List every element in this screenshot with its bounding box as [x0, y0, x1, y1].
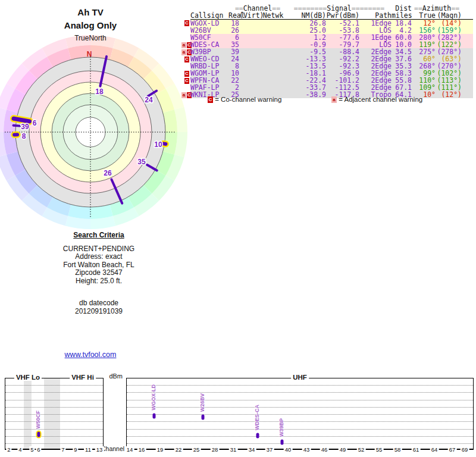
cell [239, 55, 259, 62]
tvfool-report: N18241035266398 Ah TV Analog Only TrueNo… [0, 0, 476, 457]
cell [462, 48, 473, 55]
channel-tick: 9 [73, 446, 78, 453]
dbm-gridline [5, 421, 103, 422]
cell [239, 34, 259, 41]
cell [462, 41, 473, 48]
channel-tick: 61 [412, 446, 421, 453]
site-link-wrap: www.tvfool.com [0, 350, 181, 359]
channel-tick: 46 [320, 446, 329, 453]
channel-marker-label: 39 [21, 123, 29, 131]
warning-flags [181, 34, 190, 41]
channel-tick: 52 [357, 446, 366, 453]
channel-marker-label: 10 [154, 140, 162, 149]
warning-flags: aC [181, 41, 190, 48]
station-marker-WGOX-LD [153, 413, 156, 418]
dbm-gridline [127, 436, 473, 437]
cell [259, 84, 287, 91]
adjacent-channel-warning-icon: a [181, 42, 186, 48]
station-table: ==Channel== ========Signal======== Dist … [181, 5, 473, 98]
warning-flags: C [181, 77, 190, 84]
cell [462, 91, 473, 98]
search-criteria-heading: Search Criteria [12, 231, 186, 240]
cell [462, 62, 473, 70]
report-subtitle: Analog Only [0, 19, 181, 32]
cell [462, 77, 473, 84]
adjacent-channel-legend: a = Adjacent channel warning [331, 96, 422, 103]
station-marker-W39BP [281, 440, 284, 445]
channel-marker-label: 24 [145, 96, 153, 104]
cell [259, 27, 287, 34]
north-marker: N [87, 50, 92, 58]
co-channel-legend: C = Co-channel warning [207, 96, 281, 103]
cell [239, 41, 259, 48]
col-callsign: Callsign [190, 12, 228, 20]
cell [462, 70, 473, 77]
dbm-gridline [5, 407, 103, 408]
channel-tick: 2 [6, 446, 11, 453]
co-channel-warning-icon: C [208, 96, 213, 103]
tvfool-link[interactable]: www.tvfool.com [65, 350, 117, 359]
dbm-gridline [5, 429, 103, 430]
channel-tick: 14 [126, 446, 134, 453]
dbm-axis-title: dBm [102, 373, 123, 380]
col-true: True [412, 12, 436, 20]
spectrum-panel-uhf: UHF1416192225283134374043464952555861646… [126, 378, 474, 450]
channel-tick: 43 [302, 446, 311, 453]
station-label-W50CF: W50CF [35, 411, 41, 429]
cell [239, 48, 259, 55]
dbm-gridline [5, 392, 103, 393]
cell [259, 48, 287, 55]
channel-tick: 6 [36, 446, 41, 453]
adjacent-channel-warning-icon: a [331, 96, 337, 103]
cell [462, 27, 473, 34]
dbm-gridline [5, 443, 103, 444]
cell [259, 77, 287, 84]
dbm-gridline [5, 400, 103, 400]
channel-tick: 19 [156, 446, 165, 453]
col-real: Real [228, 12, 239, 20]
dbm-gridline [127, 385, 473, 386]
cell [259, 62, 287, 70]
channel-tick: 22 [174, 446, 183, 453]
cell [239, 77, 259, 84]
channel-tick: 11 [84, 446, 92, 453]
band-label-vhf-lo: VHF Lo [14, 374, 42, 381]
search-line: Address: exact [12, 253, 186, 261]
co-channel-warning-icon: C [184, 71, 189, 77]
dbm-gridline [127, 392, 473, 393]
cell [239, 84, 259, 91]
channel-marker-label: 18 [95, 87, 104, 96]
station-marker-WDES-CA [256, 433, 259, 439]
station-table-body: CWGOX-LD1826.8-52.11Edge18.412°(14°)W26B… [181, 20, 473, 99]
channel-marker-label: 35 [137, 158, 146, 166]
dbm-gridline [127, 400, 473, 400]
dbm-gridline [127, 414, 473, 415]
col-miles: miles [392, 12, 412, 20]
channel-marker [163, 143, 165, 144]
cell [462, 84, 473, 91]
cell [462, 20, 473, 27]
warning-flags: C [181, 70, 190, 77]
channel-tick: 31 [229, 446, 238, 453]
station-label-WGOX-LD: WGOX-LD [151, 384, 156, 411]
spectrum-panel-vhf: VHF LoVHF Hi2456791113W50CF [5, 378, 104, 450]
cell [259, 20, 287, 27]
dbm-gridline [127, 443, 473, 444]
search-line: Height: 25.0 ft. [12, 277, 186, 286]
channel-tick: 13 [95, 446, 104, 453]
warning-flags: aC [181, 48, 190, 55]
cell: -38.9 [287, 91, 326, 98]
channel-marker-label: 8 [22, 132, 26, 140]
col-netwk: Netwk [259, 12, 287, 20]
warning-flags: C [181, 55, 190, 62]
warning-flags: aC [181, 91, 190, 98]
channel-tick: 69 [461, 446, 469, 453]
channel-tick: 28 [211, 446, 220, 453]
channel-tick: 25 [192, 446, 201, 453]
warning-flags [181, 27, 190, 34]
channel-tick: 64 [430, 446, 439, 453]
non-tv-spectrum-zone [24, 378, 32, 449]
channel-tick: 37 [265, 446, 274, 453]
col-pwr: Pwr(dBm) [326, 12, 359, 20]
station-marker-W50CF [37, 431, 40, 437]
